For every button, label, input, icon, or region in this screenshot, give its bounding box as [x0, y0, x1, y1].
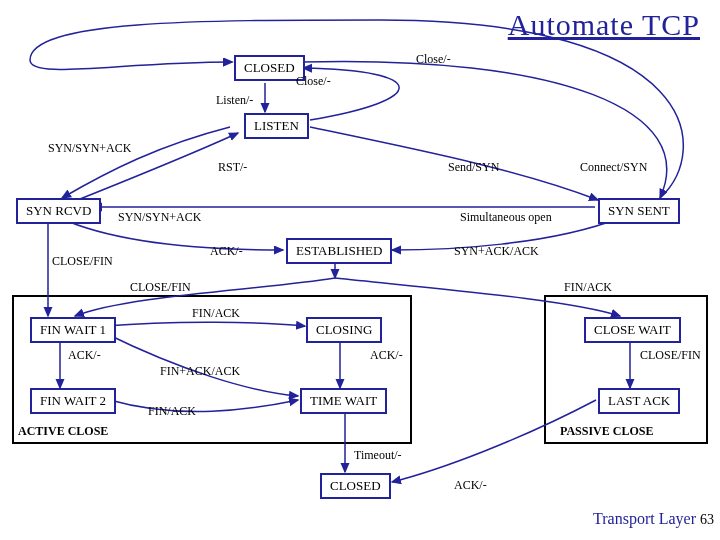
state-syn-sent: SYN SENT: [598, 198, 680, 224]
lbl-synack-mid: SYN/SYN+ACK: [118, 210, 201, 225]
lbl-ack-mid2: ACK/-: [370, 348, 403, 363]
lbl-close-fin-l: CLOSE/FIN: [52, 254, 113, 269]
lbl-synack-ack: SYN+ACK/ACK: [454, 244, 539, 259]
lbl-finack-bot: FIN/ACK: [148, 404, 196, 419]
state-closing: CLOSING: [306, 317, 382, 343]
state-closed-bot: CLOSED: [320, 473, 391, 499]
state-syn-rcvd: SYN RCVD: [16, 198, 101, 224]
lbl-finack-top: FIN/ACK: [192, 306, 240, 321]
lbl-synack-left: SYN/SYN+ACK: [48, 141, 131, 156]
section-active-close: ACTIVE CLOSE: [18, 424, 108, 439]
lbl-ack-left: ACK/-: [68, 348, 101, 363]
state-close-wait: CLOSE WAIT: [584, 317, 681, 343]
lbl-listen: Listen/-: [216, 93, 253, 108]
state-established: ESTABLISHED: [286, 238, 392, 264]
lbl-connect-syn: Connect/SYN: [580, 160, 647, 175]
lbl-close-fin-d: CLOSE/FIN: [130, 280, 191, 295]
footer-text: Transport Layer: [593, 510, 696, 528]
state-closed-top: CLOSED: [234, 55, 305, 81]
lbl-finack-r: FIN/ACK: [564, 280, 612, 295]
state-fin-wait-1: FIN WAIT 1: [30, 317, 116, 343]
lbl-close-right: Close/-: [416, 52, 451, 67]
lbl-finack-ack: FIN+ACK/ACK: [160, 364, 240, 379]
lbl-send-syn: Send/SYN: [448, 160, 499, 175]
lbl-sim-open: Simultaneous open: [460, 210, 552, 225]
lbl-close-fin-r: CLOSE/FIN: [640, 348, 701, 363]
state-listen: LISTEN: [244, 113, 309, 139]
lbl-ack-mid: ACK/-: [210, 244, 243, 259]
lbl-ack-bottom: ACK/-: [454, 478, 487, 493]
state-time-wait: TIME WAIT: [300, 388, 387, 414]
lbl-close-top: Close/-: [296, 74, 331, 89]
state-last-ack: LAST ACK: [598, 388, 680, 414]
slide-number: 63: [696, 512, 714, 528]
section-passive-close: PASSIVE CLOSE: [560, 424, 653, 439]
state-fin-wait-2: FIN WAIT 2: [30, 388, 116, 414]
lbl-timeout: Timeout/-: [354, 448, 402, 463]
lbl-rst: RST/-: [218, 160, 247, 175]
